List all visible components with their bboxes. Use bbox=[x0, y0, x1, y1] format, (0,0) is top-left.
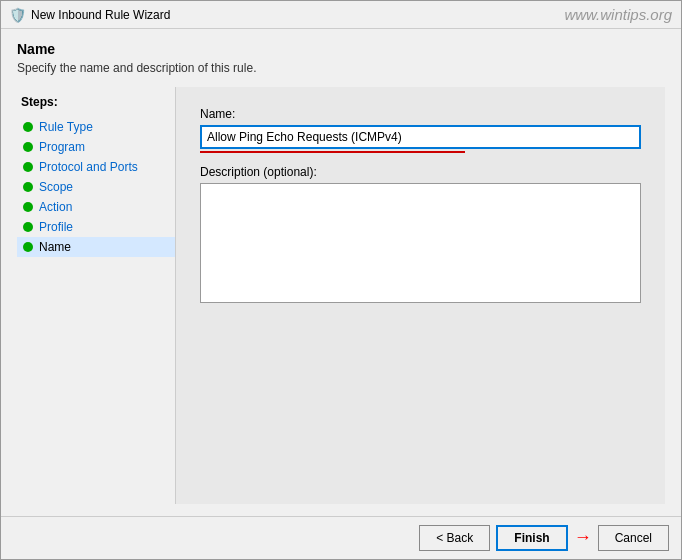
description-textarea[interactable] bbox=[200, 183, 641, 303]
step-label-rule-type: Rule Type bbox=[39, 120, 93, 134]
sidebar-item-action[interactable]: Action bbox=[17, 197, 175, 217]
sidebar-item-scope[interactable]: Scope bbox=[17, 177, 175, 197]
watermark: www.wintips.org bbox=[564, 6, 672, 23]
sidebar-item-profile[interactable]: Profile bbox=[17, 217, 175, 237]
window-title: New Inbound Rule Wizard bbox=[31, 8, 170, 22]
main-body: Steps: Rule Type Program Protocol and Po… bbox=[17, 87, 665, 504]
name-field-label: Name: bbox=[200, 107, 641, 121]
steps-panel: Steps: Rule Type Program Protocol and Po… bbox=[17, 87, 175, 504]
step-label-profile: Profile bbox=[39, 220, 73, 234]
step-label-name: Name bbox=[39, 240, 71, 254]
step-label-protocol-ports: Protocol and Ports bbox=[39, 160, 138, 174]
title-bar: 🛡️ New Inbound Rule Wizard www.wintips.o… bbox=[1, 1, 681, 29]
name-input[interactable] bbox=[200, 125, 641, 149]
step-dot-rule-type bbox=[23, 122, 33, 132]
step-label-program: Program bbox=[39, 140, 85, 154]
form-panel: Name: Description (optional): bbox=[176, 87, 665, 504]
step-label-action: Action bbox=[39, 200, 72, 214]
cancel-button[interactable]: Cancel bbox=[598, 525, 669, 551]
step-dot-program bbox=[23, 142, 33, 152]
name-input-underline bbox=[200, 151, 465, 153]
name-field-group: Name: bbox=[200, 107, 641, 153]
sidebar-item-rule-type[interactable]: Rule Type bbox=[17, 117, 175, 137]
page-title: Name bbox=[17, 41, 665, 57]
window-icon: 🛡️ bbox=[9, 7, 25, 23]
finish-button[interactable]: Finish bbox=[496, 525, 567, 551]
step-dot-name bbox=[23, 242, 33, 252]
back-button[interactable]: < Back bbox=[419, 525, 490, 551]
sidebar-item-name[interactable]: Name bbox=[17, 237, 175, 257]
step-dot-action bbox=[23, 202, 33, 212]
step-label-scope: Scope bbox=[39, 180, 73, 194]
wizard-window: 🛡️ New Inbound Rule Wizard www.wintips.o… bbox=[0, 0, 682, 560]
step-dot-profile bbox=[23, 222, 33, 232]
page-subtitle: Specify the name and description of this… bbox=[17, 61, 665, 75]
sidebar-item-program[interactable]: Program bbox=[17, 137, 175, 157]
finish-arrow-indicator: → bbox=[574, 527, 592, 553]
footer: < Back Finish → Cancel bbox=[1, 516, 681, 559]
sidebar-item-protocol-ports[interactable]: Protocol and Ports bbox=[17, 157, 175, 177]
step-dot-protocol-ports bbox=[23, 162, 33, 172]
steps-label: Steps: bbox=[17, 95, 175, 109]
content-area: Name Specify the name and description of… bbox=[1, 29, 681, 516]
step-dot-scope bbox=[23, 182, 33, 192]
desc-field-group: Description (optional): bbox=[200, 165, 641, 303]
desc-field-label: Description (optional): bbox=[200, 165, 641, 179]
